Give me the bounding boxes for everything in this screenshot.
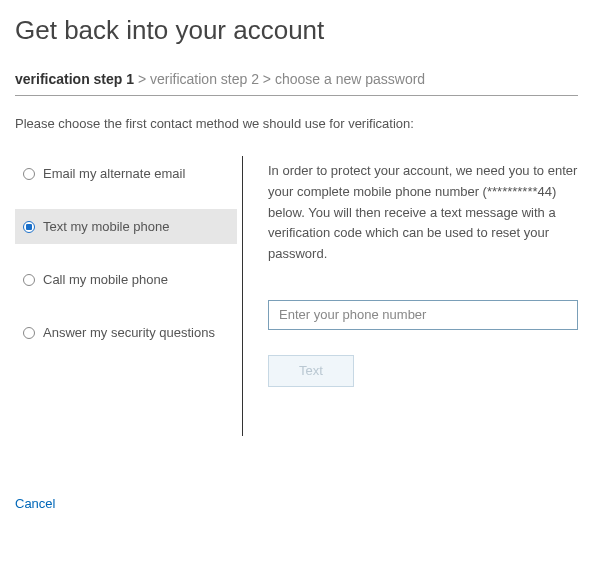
radio-icon [23, 327, 35, 339]
option-call-mobile[interactable]: Call my mobile phone [15, 262, 237, 297]
option-label: Answer my security questions [43, 325, 215, 340]
breadcrumb: verification step 1 > verification step … [15, 71, 578, 96]
radio-icon [23, 274, 35, 286]
breadcrumb-step-1: verification step 1 [15, 71, 134, 87]
details-description: In order to protect your account, we nee… [268, 161, 578, 265]
verification-options: Email my alternate email Text my mobile … [15, 156, 243, 436]
page-title: Get back into your account [15, 15, 578, 46]
option-label: Email my alternate email [43, 166, 185, 181]
radio-icon [23, 221, 35, 233]
instruction-text: Please choose the first contact method w… [15, 116, 578, 131]
cancel-link[interactable]: Cancel [15, 496, 55, 511]
send-text-button[interactable]: Text [268, 355, 354, 387]
phone-number-input[interactable] [268, 300, 578, 330]
option-security-questions[interactable]: Answer my security questions [15, 315, 237, 350]
option-email-alternate[interactable]: Email my alternate email [15, 156, 237, 191]
breadcrumb-separator: > [259, 71, 275, 87]
breadcrumb-step-2: verification step 2 [150, 71, 259, 87]
option-label: Call my mobile phone [43, 272, 168, 287]
verification-details: In order to protect your account, we nee… [243, 156, 578, 436]
option-label: Text my mobile phone [43, 219, 169, 234]
breadcrumb-separator: > [134, 71, 150, 87]
breadcrumb-step-3: choose a new password [275, 71, 425, 87]
option-text-mobile[interactable]: Text my mobile phone [15, 209, 237, 244]
radio-icon [23, 168, 35, 180]
